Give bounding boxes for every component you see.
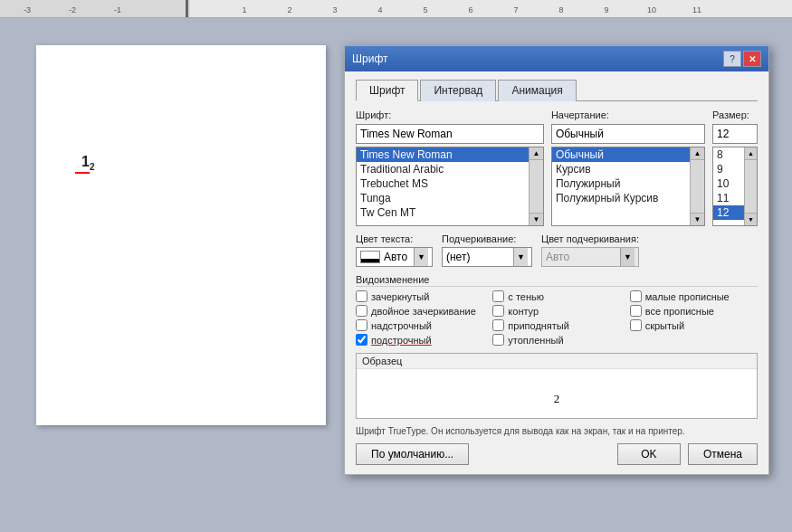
font-listbox[interactable]: Times New Roman Traditional Arabic Trebu… — [357, 147, 529, 225]
superscript-checkbox[interactable] — [356, 319, 367, 331]
double-strike-checkbox[interactable] — [356, 305, 367, 317]
effect-superscript[interactable]: надстрочный — [356, 319, 483, 331]
size-text-input[interactable] — [712, 124, 758, 144]
style-listbox[interactable]: Обычный Курсив Полужирный Полужирный Кур… — [552, 147, 690, 225]
underline-arrow-icon[interactable]: ▼ — [513, 248, 528, 266]
style-list-item-0[interactable]: Обычный — [552, 147, 690, 162]
subscript-checkbox[interactable] — [356, 334, 367, 346]
svg-text:10: 10 — [647, 5, 656, 14]
style-scroll-down[interactable]: ▼ — [691, 213, 704, 225]
tab-font[interactable]: Шрифт — [356, 80, 418, 101]
effect-all-caps[interactable]: все прописные — [630, 305, 758, 317]
effect-subscript[interactable]: подстрочный — [356, 334, 483, 346]
effect-strikethrough[interactable]: зачеркнутый — [356, 290, 483, 302]
underline-dropdown[interactable]: (нет) ▼ — [442, 247, 532, 267]
size-scroll-down[interactable]: ▼ — [745, 213, 757, 225]
preview-section: Образец 2 — [356, 353, 758, 419]
underline-label: Подчеркивание: — [442, 233, 532, 244]
buttons-row: По умолчанию... OK Отмена — [356, 443, 758, 465]
tab-row: Шрифт Интервад Анимация — [356, 79, 758, 101]
underline-color-group: Цвет подчеркивания: Авто ▼ — [541, 233, 639, 267]
style-scrollbar[interactable]: ▲ ▼ — [690, 147, 704, 225]
effect-shadow[interactable]: с тенью — [492, 290, 620, 302]
size-listbox[interactable]: 8 9 10 11 12 — [713, 147, 744, 225]
font-scroll-down[interactable]: ▼ — [530, 213, 543, 225]
effect-double-strike[interactable]: двойное зачеркивание — [356, 305, 483, 317]
svg-text:6: 6 — [468, 5, 472, 14]
color-arrow-icon[interactable]: ▼ — [414, 248, 428, 266]
shadow-checkbox[interactable] — [492, 290, 504, 302]
color-value: Авто — [384, 251, 414, 263]
engrave-checkbox[interactable] — [492, 334, 504, 346]
effect-hidden[interactable]: скрытый — [630, 319, 758, 331]
font-list-item-3[interactable]: Tunga — [357, 191, 529, 205]
cancel-button[interactable]: Отмена — [688, 443, 758, 465]
close-button[interactable]: ✕ — [743, 51, 761, 67]
size-list-item-2[interactable]: 10 — [713, 176, 744, 191]
dialog-titlebar: Шрифт ? ✕ — [345, 46, 768, 71]
svg-text:-3: -3 — [24, 5, 31, 14]
small-caps-checkbox[interactable] — [630, 290, 642, 302]
hidden-checkbox[interactable] — [630, 319, 642, 331]
size-scrollbar[interactable]: ▲ ▼ — [744, 147, 757, 225]
svg-text:8: 8 — [558, 5, 563, 14]
font-text-input[interactable] — [356, 124, 544, 144]
default-button[interactable]: По умолчанию... — [356, 443, 469, 465]
color-dropdown[interactable]: Авто ▼ — [356, 247, 433, 267]
hidden-label: скрытый — [645, 320, 684, 331]
underline-color-arrow-icon[interactable]: ▼ — [620, 248, 635, 266]
underline-color-label: Цвет подчеркивания: — [541, 233, 639, 244]
svg-text:1: 1 — [242, 5, 246, 14]
svg-text:5: 5 — [423, 5, 427, 14]
font-list-item-1[interactable]: Traditional Arabic — [357, 162, 529, 176]
ok-button[interactable]: OK — [617, 443, 681, 465]
outline-checkbox[interactable] — [492, 305, 504, 317]
preview-text: 2 — [554, 380, 560, 406]
svg-text:9: 9 — [604, 5, 608, 14]
effects-label: Видоизменение — [356, 274, 758, 287]
size-list-item-1[interactable]: 9 — [713, 162, 744, 176]
style-text-input[interactable] — [551, 124, 705, 144]
font-list-item-2[interactable]: Trebuchet MS — [357, 176, 529, 191]
document-text: 12 — [81, 154, 94, 172]
svg-text:11: 11 — [692, 5, 701, 14]
font-list-item-0[interactable]: Times New Roman — [357, 147, 529, 162]
style-list-item-3[interactable]: Полужирный Курсив — [552, 191, 690, 205]
font-scrollbar[interactable]: ▲ ▼ — [529, 147, 543, 225]
emboss-label: приподнятый — [508, 320, 569, 331]
font-listbox-container: Times New Roman Traditional Arabic Trebu… — [356, 147, 544, 226]
style-scroll-up[interactable]: ▲ — [691, 147, 704, 160]
effects-grid: зачеркнутый с тенью малые прописные двой… — [356, 290, 758, 346]
style-list-item-2[interactable]: Полужирный — [552, 176, 690, 191]
style-list-item-1[interactable]: Курсив — [552, 162, 690, 176]
strikethrough-checkbox[interactable] — [356, 290, 367, 302]
all-caps-checkbox[interactable] — [630, 305, 642, 317]
color-label: Цвет текста: — [356, 233, 433, 244]
underline-color-dropdown[interactable]: Авто ▼ — [541, 247, 639, 267]
svg-text:-2: -2 — [69, 5, 76, 14]
effect-outline[interactable]: контур — [492, 305, 620, 317]
size-list-item-4[interactable]: 12 — [713, 205, 744, 220]
effect-engrave[interactable]: утопленный — [492, 334, 620, 346]
svg-text:-1: -1 — [114, 5, 121, 14]
size-scroll-up[interactable]: ▲ — [745, 147, 757, 160]
fraction-denominator: 2 — [90, 162, 95, 172]
ok-cancel-group: OK Отмена — [617, 443, 758, 465]
svg-text:7: 7 — [513, 5, 518, 14]
svg-rect-1 — [190, 0, 792, 18]
engrave-label: утопленный — [508, 335, 563, 346]
tab-interval[interactable]: Интервад — [420, 80, 496, 101]
emboss-checkbox[interactable] — [492, 319, 504, 331]
size-list-item-0[interactable]: 8 — [713, 147, 744, 162]
size-listbox-container: 8 9 10 11 12 ▲ ▼ — [712, 147, 758, 226]
font-list-item-4[interactable]: Tw Cen MT — [357, 205, 529, 220]
help-button[interactable]: ? — [723, 51, 741, 67]
color-underline-row: Цвет текста: Авто ▼ Подчеркивание: (нет)… — [356, 233, 758, 267]
font-scroll-up[interactable]: ▲ — [530, 147, 543, 160]
tab-animation[interactable]: Анимация — [498, 80, 576, 101]
ruler: -3 -2 -1 1 2 3 4 5 6 7 8 9 10 11 — [0, 0, 792, 18]
effect-small-caps[interactable]: малые прописные — [630, 290, 758, 302]
size-list-item-3[interactable]: 11 — [713, 191, 744, 205]
dialog-body: Шрифт Интервад Анимация Шрифт: Начертани… — [345, 71, 768, 474]
effect-emboss[interactable]: приподнятый — [492, 319, 620, 331]
